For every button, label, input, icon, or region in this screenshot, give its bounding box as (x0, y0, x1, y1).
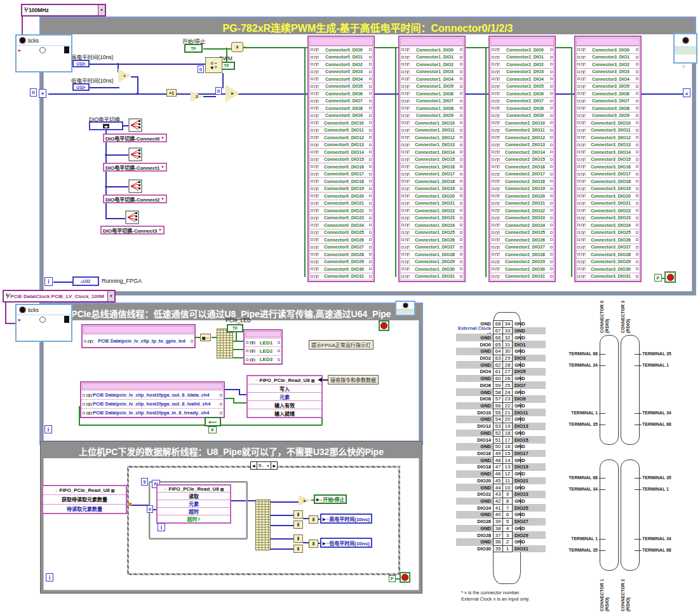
io-write-Connector0_DIO31[interactable]: ∏∏Connector0_DIO31 (309, 273, 373, 281)
chevron-down-icon[interactable]: ▿ (39, 72, 43, 79)
fifo-row-ready[interactable]: 输入就绪 (248, 409, 321, 417)
fpga-clock-selector-100mhz[interactable]: ⅟ 100MHz ▼ (21, 4, 106, 17)
shift-register-right[interactable]: ▲ (683, 88, 690, 97)
running-fpga-indicator[interactable]: ▸U32 (72, 276, 99, 286)
case-prev-icon[interactable]: ◀ (251, 462, 257, 469)
property-node-icon-0[interactable] (128, 118, 142, 132)
fifo-row-timeout-q[interactable]: 超时? (158, 515, 230, 522)
iteration-terminal[interactable]: i (44, 277, 53, 286)
fifo-row-get-count[interactable]: 获取待读取元素数量 (43, 494, 126, 503)
dropdown-arrow-icon[interactable]: ▼ (161, 165, 165, 169)
local-high-time[interactable]: ▶⌂高电平时间(10ns) (320, 513, 372, 524)
fifo-write-node[interactable]: →FIFO_PCIe_Read_U8▥ 写入 元素 输入有效 输入就绪 (246, 375, 323, 418)
timed-loop-input-node-1[interactable]: ticks ▶ (15, 34, 72, 72)
iteration-terminal[interactable]: i (158, 523, 165, 531)
property-node-label-2[interactable]: DIO电平切换-Connect2▼ (103, 194, 167, 203)
fifo-read-node[interactable]: →FIFO_PCIe_Read_U8▥ 读取 元素 超时 超时? (156, 484, 231, 524)
false-constant[interactable]: F (654, 274, 662, 282)
select-compound-node[interactable]: ◇ +◆ ? (205, 57, 222, 73)
connector3-io-node[interactable]: ∏∏Connector3_DIO0∏∏Connector3_DIO1∏∏Conn… (574, 36, 642, 282)
and-gate-node[interactable]: ∧ (231, 42, 243, 52)
host2fpga-io-node[interactable]: ∏∏PCIE Data\pcie_lv_clip_host2fpga_out_8… (80, 381, 225, 418)
high-time-u32-control[interactable]: U32▸ (72, 60, 90, 67)
fifo-row-timeout[interactable]: 超时 (158, 507, 230, 515)
fifo-row-write[interactable]: 写入 (248, 384, 321, 392)
pcie-stop-terminal[interactable] (379, 320, 389, 331)
io-channel-label: Connector3_DIO8 (586, 106, 635, 111)
fifo-row-read[interactable]: 读取 (158, 492, 230, 500)
dropdown-arrow-icon[interactable]: ▼ (161, 136, 165, 140)
false-constant[interactable]: F (389, 575, 396, 582)
case-next-icon[interactable]: ▶ (271, 462, 277, 469)
start-stop-tf-control[interactable]: TF (184, 44, 203, 53)
iteration-terminal[interactable]: i (46, 573, 53, 581)
join-numbers-node[interactable]: Ⅱ (293, 534, 303, 543)
io-row[interactable]: ∏∏PCIE Data\pcie_lv_clip_host2fpga_out_8… (81, 390, 224, 399)
dropdown-arrow-icon[interactable]: ▼ (107, 291, 114, 301)
case-selector-value[interactable]: 9.. (257, 462, 266, 469)
property-node-label-3[interactable]: DIO电平切换-Connect3▼ (100, 226, 165, 235)
join-numbers-node[interactable]: Ⅱ (309, 540, 318, 548)
connector1-io-node[interactable]: ∏∏Connector1_DIO0∏∏Connector1_DIO1∏∏Conn… (398, 36, 466, 282)
dropdown-arrow-icon[interactable]: ▼ (266, 462, 271, 469)
timed-loop-output-node-2[interactable] (395, 301, 415, 316)
feedback-node[interactable]: ⟵ (205, 417, 221, 426)
io-write-Connector3_DIO31[interactable]: ∏∏Connector3_DIO31 (576, 273, 640, 281)
fifo-row-count[interactable]: 待读取元素数量 (43, 504, 126, 513)
low-time-u32-control[interactable]: U32▸ (72, 83, 90, 91)
join-numbers-node[interactable]: Ⅱ (293, 520, 303, 529)
pcie-clock-selector[interactable]: ⅟ PCIE Data\Clock PCIE_LV_Clock_100M ▼ (3, 290, 116, 303)
timed-loop-input-node-2[interactable]: ticks ▶ (15, 304, 72, 342)
waveform-icon: ∏∏ (405, 158, 410, 161)
shift-register-init-constant[interactable]: 0 (30, 88, 37, 97)
property-node-label-1[interactable]: DIO电平切换-Connect1▼ (103, 163, 167, 172)
case-selector[interactable]: ◀ 9.. ▼ ▶ (250, 461, 278, 470)
property-node-icon-3[interactable] (125, 210, 139, 224)
chevron-down-icon[interactable]: ▿ (39, 342, 43, 348)
shift-register-left[interactable]: ▼ (39, 89, 46, 98)
io-write-Connector1_DIO31[interactable]: ∏∏Connector1_DIO31 (400, 273, 464, 281)
gpio-led-io-node[interactable]: ∏∏PCIE Data\pcie_lv_clip_ip_to_gpio_led (81, 324, 196, 348)
fifo-row-input-valid[interactable]: 输入有效 (248, 400, 321, 409)
dio-switch-control[interactable]: ◂▸ (89, 121, 123, 130)
io-row[interactable]: ∏∏PCIE Data\pcie_lv_clip_host2fpga_in_8_… (81, 408, 224, 417)
property-node-icon-1[interactable] (128, 147, 142, 161)
dropdown-arrow-icon[interactable]: ▼ (158, 228, 162, 232)
dropdown-arrow-icon[interactable]: ▼ (98, 5, 105, 15)
fifo-row-element[interactable]: 元素 (158, 500, 230, 507)
local-low-time[interactable]: ▶⌂低电平时间(10ns) (320, 538, 372, 548)
io-write-Connector2_DIO31[interactable]: ∏∏Connector2_DIO31 (490, 273, 554, 281)
fifo-row-element[interactable]: 元素 (248, 392, 321, 400)
chevron-down-icon[interactable]: ▿ (682, 64, 685, 70)
io-row[interactable]: ∏∏LED2 (245, 346, 281, 355)
unbundle-node[interactable] (217, 329, 233, 358)
local-start-stop[interactable]: ▶⌂开始/停止 (314, 494, 347, 504)
index-array-node[interactable] (255, 500, 271, 550)
fifo-count-node[interactable]: →FIFO_PCIe_Read_U8▥ 获取待读取元素数量 待读取元素数量 (42, 485, 127, 514)
timed-loop-output-node-1[interactable] (673, 33, 697, 64)
pcie-led-tf-indicator[interactable]: TF (227, 324, 243, 332)
join-numbers-node[interactable]: Ⅱ (293, 510, 303, 519)
zero-constant[interactable]: 0 (198, 65, 204, 73)
zero-constant[interactable]: 0 (215, 87, 222, 95)
join-numbers-node[interactable]: Ⅱ (309, 515, 318, 524)
io-row[interactable]: ∏∏PCIE Data\pcie_lv_clip_host2fpga_out_8… (81, 399, 224, 408)
array-convert-node[interactable]: ▦⋯ (200, 334, 211, 341)
property-node-icon-2[interactable] (128, 179, 142, 193)
timeout-constant[interactable]: 0 (147, 505, 153, 513)
for-count-constant[interactable]: 9 (141, 478, 148, 486)
property-node-label-0[interactable]: DIO电平切换-Connect0▼ (103, 133, 167, 142)
io-row[interactable]: ∏∏LED3 (245, 355, 281, 364)
dropdown-arrow-icon[interactable]: ▼ (161, 197, 165, 201)
join-numbers-node[interactable]: Ⅱ (293, 545, 303, 553)
iteration-terminal[interactable]: i (44, 425, 52, 433)
io-row[interactable]: ∏∏LED1 (245, 338, 281, 346)
feedback-init-icon[interactable]: ✳ (208, 426, 217, 433)
connector2-io-node[interactable]: ∏∏Connector2_DIO0∏∏Connector2_DIO1∏∏Conn… (488, 36, 556, 282)
parse-stop-terminal[interactable] (400, 572, 410, 583)
increment-node[interactable]: +1 (166, 89, 177, 97)
io-row[interactable]: ∏∏PCIE Data\pcie_lv_clip_ip_to_gpio_led (83, 334, 194, 347)
connector0-io-node[interactable]: ∏∏Connector0_DIO0∏∏Connector0_DIO1∏∏Conn… (307, 36, 375, 282)
led-io-node[interactable]: ∏∏LED1 ∏∏LED2 ∏∏LED3 (243, 329, 283, 365)
loop-stop-terminal[interactable] (664, 271, 676, 283)
